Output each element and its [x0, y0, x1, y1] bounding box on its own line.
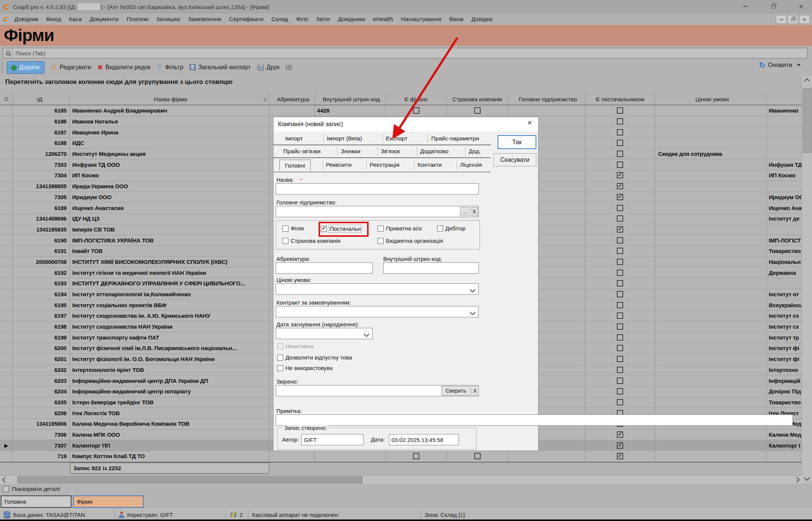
add-button[interactable]: Додати	[7, 61, 44, 74]
window-restore-button[interactable]	[765, 2, 781, 11]
window-minimize-button[interactable]	[738, 2, 753, 11]
dialog-tab-r2-3[interactable]: Додатково	[417, 147, 452, 156]
vertical-scrollbar[interactable]	[801, 76, 812, 483]
toolbar-grip[interactable]	[2, 62, 3, 73]
vertical-scroll-thumb[interactable]	[803, 88, 812, 153]
header-id[interactable]: ІД	[13, 93, 70, 105]
note-input[interactable]	[276, 414, 793, 426]
allow-dispense-checkbox[interactable]: Дозволяти відпустку това	[277, 354, 352, 361]
dialog-tab-r1-2[interactable]: Експорт	[382, 134, 410, 143]
refresh-button[interactable]: ↻ Оновити	[759, 62, 801, 69]
menu-item-10[interactable]: Звіти	[316, 16, 330, 23]
parent-browse-button[interactable]: ...	[460, 207, 469, 216]
menu-item-3[interactable]: Документи	[90, 16, 118, 23]
dialog-tab-r1-1[interactable]: Імпорт (Beta)	[323, 134, 365, 143]
show-details-checkbox[interactable]	[3, 486, 9, 492]
menu-item-0[interactable]: Довідник	[14, 16, 38, 23]
insurance-checkbox[interactable]: Страхова компанія	[282, 238, 340, 244]
tab-home[interactable]: Головна	[1, 495, 71, 508]
header-name[interactable]: Назва фірми△	[70, 93, 269, 105]
menu-bar: ДовідникВихідКасаДокументиПлатежіЗалишки…	[0, 14, 812, 25]
header-insurance[interactable]: Страхова компанія	[446, 93, 508, 105]
verified-clear-button[interactable]: X	[471, 386, 479, 396]
menu-item-9[interactable]: Філії	[296, 16, 308, 23]
horizontal-scroll-thumb[interactable]	[17, 476, 363, 483]
filter-button[interactable]: Фільтр	[157, 64, 183, 71]
ok-button[interactable]: Так	[498, 135, 536, 149]
dialog-tab-r3-0[interactable]: Головні	[279, 160, 311, 171]
window-close-button[interactable]: ✕	[793, 2, 809, 11]
private-person-checkbox[interactable]: Приватна осо	[378, 225, 422, 232]
parent-clear-button[interactable]: X	[471, 207, 478, 216]
header-price-terms[interactable]: Цінові умови	[655, 93, 766, 105]
price-terms-select[interactable]	[276, 283, 479, 295]
dialog-tab-r1-3[interactable]: Прайс-параметри	[428, 134, 482, 143]
barcode-input[interactable]	[383, 262, 479, 274]
scroll-left-button[interactable]	[0, 475, 10, 484]
delete-row-button[interactable]: ✖ Видалити рядок	[97, 64, 150, 72]
not-used-checkbox[interactable]: Не використовува	[277, 365, 332, 371]
date-input[interactable]	[389, 434, 459, 445]
menu-item-15[interactable]: Довідка	[471, 16, 492, 23]
menu-item-5[interactable]: Залишки	[156, 16, 180, 23]
edit-button[interactable]: ✎ Редагувати	[51, 64, 91, 71]
dialog-tab-r2-1[interactable]: Знижки	[337, 147, 363, 156]
menu-item-6[interactable]: Замовлення	[188, 16, 221, 23]
mdi-minimize-button[interactable]	[776, 15, 786, 24]
scroll-right-button[interactable]	[792, 475, 802, 484]
tab-firms[interactable]: Фірми	[73, 495, 144, 508]
menu-item-13[interactable]: Налаштування	[401, 16, 441, 23]
scroll-down-button[interactable]	[802, 473, 812, 483]
name-input[interactable]	[276, 183, 479, 195]
dialog-close-button[interactable]: ✕	[527, 119, 532, 126]
verify-button[interactable]: Сверить	[442, 386, 470, 396]
print-button[interactable]: Друк	[257, 64, 280, 71]
dialog-tab-r2-2[interactable]: Зв'язок	[377, 147, 403, 156]
menu-item-8[interactable]: Склад	[271, 16, 288, 23]
dialog-tab-r3-2[interactable]: Реєстрація	[366, 160, 402, 169]
menu-item-2[interactable]: Каса	[69, 16, 82, 23]
abbr-input[interactable]	[276, 262, 373, 274]
header-branch[interactable]: Є філією	[386, 93, 446, 105]
dialog-tab-r3-1[interactable]: Реквізити	[323, 160, 355, 169]
search-input[interactable]	[13, 50, 807, 57]
branch-checkbox[interactable]: Філія	[282, 225, 304, 232]
author-input[interactable]	[301, 434, 364, 445]
dialog-tab-r2-0[interactable]: Прайс-зв'язки	[280, 147, 323, 156]
search-box[interactable]	[3, 48, 807, 58]
menu-item-14[interactable]: Вікна	[449, 16, 463, 23]
checkbox-disabled-icon	[277, 343, 283, 349]
header-extra[interactable]	[766, 93, 802, 105]
dialog-tab-r3-3[interactable]: Контакти	[414, 160, 445, 169]
parent-input[interactable]	[276, 206, 479, 217]
mdi-close-button[interactable]: ✕	[799, 15, 810, 24]
columns-button[interactable]	[286, 65, 292, 70]
founded-date-select[interactable]	[276, 328, 373, 339]
dialog-tab-r3-4[interactable]: Ліцензія	[457, 160, 485, 169]
dialog-title-bar[interactable]: Компанія (новий запис) ✕	[273, 117, 538, 131]
menu-item-7[interactable]: Сертифікати	[229, 16, 263, 23]
menu-item-11[interactable]: Довідники	[338, 16, 365, 23]
cell-abbr	[269, 105, 315, 116]
debtor-checkbox[interactable]: Дебітор	[437, 225, 466, 232]
table-row[interactable]: 719Кампус Коттон Клаб ТД ТО	[0, 451, 802, 462]
cell-extra: Дочірнє Під	[766, 386, 802, 397]
cancel-button[interactable]: Скасувати	[493, 153, 536, 166]
menu-item-12[interactable]: eHealth	[373, 16, 393, 23]
chevron-down-icon[interactable]	[797, 64, 801, 66]
menu-item-1[interactable]: Вихід	[46, 16, 61, 23]
export-button[interactable]: Загальний експорт	[190, 64, 250, 71]
header-supplier[interactable]: Є постачальником	[585, 93, 655, 105]
contract-select[interactable]	[276, 306, 479, 317]
menu-item-4[interactable]: Платежі	[127, 16, 149, 23]
header-parent[interactable]: Головне підприємство	[508, 93, 585, 105]
header-barcode[interactable]: Внутрішній штрих-код	[315, 93, 386, 105]
table-row[interactable]: 6185Иваниенко Андрей Владимирович4428Ива…	[0, 105, 802, 116]
mdi-restore-button[interactable]	[788, 15, 798, 24]
scroll-up-button[interactable]	[802, 76, 812, 86]
dialog-tab-r2-4[interactable]: Дод.	[465, 147, 484, 156]
horizontal-scrollbar[interactable]	[0, 475, 802, 484]
dialog-tab-r1-0[interactable]: Імпорт	[282, 134, 306, 143]
header-abbr[interactable]: Абревіатура	[269, 93, 315, 105]
budget-checkbox[interactable]: Бюджетна організація	[378, 238, 443, 244]
